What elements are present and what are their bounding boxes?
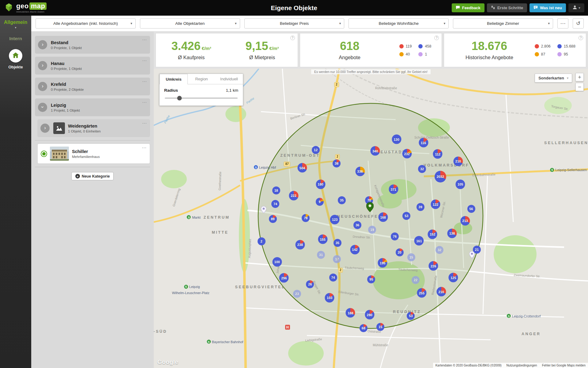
- cluster-marker[interactable]: 152: [428, 229, 437, 239]
- chevron-down-icon[interactable]: ▾: [15, 26, 17, 29]
- saved-place-pin[interactable]: [261, 206, 266, 214]
- category-row[interactable]: ›Bestand0 Projekte, 1 Objekt⋯: [35, 36, 150, 54]
- cluster-marker[interactable]: 26: [306, 280, 314, 288]
- cluster-marker[interactable]: 19: [368, 226, 376, 234]
- object-row[interactable]: SchillerMehrfamilienhaus⋯: [37, 144, 150, 164]
- cluster-marker[interactable]: 103: [325, 293, 334, 302]
- map-canvas[interactable]: Es werden nur 10.000 Treffer angezeigt. …: [154, 69, 588, 368]
- cluster-marker[interactable]: 340: [371, 146, 380, 156]
- cluster-marker[interactable]: 296: [279, 273, 289, 283]
- was-ist-neu-button[interactable]: Was ist neu: [530, 3, 566, 12]
- cluster-marker[interactable]: 180: [316, 179, 325, 189]
- cluster-marker[interactable]: 122: [431, 200, 440, 209]
- filter-dropdown-3[interactable]: Beliebiger Preis▾: [244, 18, 345, 29]
- cluster-marker[interactable]: 22: [412, 276, 420, 284]
- cluster-marker[interactable]: 138: [447, 228, 457, 238]
- cluster-marker[interactable]: 210: [454, 156, 463, 166]
- cluster-marker[interactable]: 161: [414, 236, 424, 246]
- cluster-marker[interactable]: 195: [378, 258, 387, 268]
- cluster-marker[interactable]: 39: [417, 203, 424, 211]
- chevron-icon[interactable]: ›: [38, 40, 47, 49]
- cluster-marker[interactable]: 35: [334, 239, 341, 247]
- cluster-marker[interactable]: 18: [272, 186, 280, 194]
- report-error-link[interactable]: Fehler bei Google Maps melden: [542, 364, 586, 367]
- more-options-icon[interactable]: ⋯: [142, 37, 147, 43]
- more-options-icon[interactable]: ⋯: [142, 100, 147, 105]
- cluster-marker[interactable]: 12: [312, 146, 320, 154]
- geomap-logo[interactable]: geo map Immobilien.Markt.Daten: [0, 2, 51, 13]
- selected-radio[interactable]: [41, 151, 47, 157]
- tab-umkreis[interactable]: Umkreis: [160, 74, 188, 84]
- cluster-marker[interactable]: 188: [346, 308, 355, 318]
- more-filters-button[interactable]: ⋯: [557, 18, 568, 29]
- cluster-marker[interactable]: 68: [360, 324, 368, 332]
- cluster-marker[interactable]: 371: [389, 185, 398, 194]
- cluster-marker[interactable]: 78: [302, 214, 310, 222]
- filter-dropdown-2[interactable]: Alle Objektarten▾: [140, 18, 240, 29]
- project-row[interactable]: ›Weidengärten1 Objekt, 0 Einheiten⋯: [37, 119, 150, 137]
- cluster-marker[interactable]: 100: [272, 257, 282, 266]
- cluster-marker[interactable]: 210: [436, 287, 446, 297]
- sidebar-section-allgemein[interactable]: Allgemein: [4, 20, 27, 25]
- sidebar-item-objekte[interactable]: Objekte: [8, 49, 23, 69]
- tab-individuell[interactable]: Individuell: [215, 74, 243, 84]
- category-row[interactable]: ›Leipzig1 Projekt, 1 Objekt⋯: [35, 98, 150, 116]
- help-icon[interactable]: ?: [434, 36, 439, 40]
- saved-place-pin[interactable]: [469, 251, 475, 259]
- cluster-marker[interactable]: 31: [317, 251, 325, 259]
- cluster-marker[interactable]: 53: [402, 212, 410, 220]
- sonderkarten-button[interactable]: Sonderkarten ▾: [535, 74, 572, 82]
- zoom-in-button[interactable]: +: [575, 73, 584, 81]
- cluster-marker[interactable]: 255: [417, 288, 426, 298]
- cluster-marker[interactable]: 125: [449, 273, 458, 282]
- more-options-icon[interactable]: ⋯: [142, 79, 147, 84]
- category-row[interactable]: ›Krefeld0 Projekte, 2 Objekte⋯: [35, 78, 150, 95]
- cluster-marker[interactable]: 95: [367, 275, 375, 283]
- cluster-marker[interactable]: 74: [271, 200, 279, 208]
- cluster-marker[interactable]: 38: [333, 159, 341, 167]
- cluster-marker[interactable]: 238: [295, 240, 305, 249]
- user-menu-button[interactable]: ▾: [568, 3, 584, 12]
- cluster-marker[interactable]: 53: [407, 312, 415, 320]
- filter-dropdown-4[interactable]: Beliebige Wohnfläche▾: [349, 18, 449, 29]
- cluster-marker[interactable]: 9: [316, 198, 324, 206]
- chevron-icon[interactable]: ›: [40, 124, 50, 133]
- cluster-marker[interactable]: 504: [297, 163, 307, 173]
- help-icon[interactable]: ?: [290, 36, 295, 40]
- cluster-marker[interactable]: 2032: [435, 171, 446, 182]
- cluster-marker[interactable]: 35: [338, 196, 346, 204]
- cluster-marker[interactable]: 105: [456, 179, 465, 189]
- cluster-marker[interactable]: 222: [289, 191, 298, 200]
- new-category-button[interactable]: + Neue Kategorie: [71, 172, 114, 180]
- more-options-icon[interactable]: ⋯: [142, 121, 147, 126]
- radius-slider[interactable]: [165, 98, 238, 99]
- cluster-marker[interactable]: 76: [391, 232, 399, 240]
- tab-region[interactable]: Region: [188, 74, 215, 84]
- feedback-button[interactable]: Feedback: [452, 3, 484, 12]
- cluster-marker[interactable]: 232: [402, 149, 412, 159]
- cluster-marker[interactable]: 74: [329, 274, 337, 282]
- more-options-icon[interactable]: ⋯: [142, 58, 147, 63]
- cluster-marker[interactable]: 112: [433, 149, 443, 159]
- cluster-marker[interactable]: 32: [418, 165, 426, 173]
- cluster-marker[interactable]: 280: [365, 310, 374, 320]
- more-options-icon[interactable]: ⋯: [142, 145, 147, 151]
- cluster-marker[interactable]: 142: [350, 245, 360, 254]
- chevron-icon[interactable]: ›: [38, 103, 47, 112]
- terms-link[interactable]: Nutzungsbedingungen: [507, 364, 537, 367]
- filter-dropdown-5[interactable]: Beliebige Zimmer▾: [453, 18, 553, 29]
- cluster-marker[interactable]: 23: [293, 290, 301, 298]
- cluster-marker[interactable]: 56: [467, 205, 475, 213]
- cluster-marker[interactable]: 15: [376, 323, 384, 331]
- category-row[interactable]: ›Hanau0 Projekte, 1 Objekt⋯: [35, 57, 150, 75]
- reset-filters-button[interactable]: ↺: [573, 18, 584, 29]
- zoom-out-button[interactable]: −: [575, 83, 584, 91]
- cluster-marker[interactable]: 123: [330, 215, 340, 224]
- filter-dropdown-1[interactable]: Alle Angebotsarten (inkl. historisch)▾: [36, 18, 136, 29]
- selected-object-pin[interactable]: [366, 202, 374, 213]
- cluster-marker[interactable]: 17: [333, 255, 341, 263]
- help-icon[interactable]: ?: [579, 36, 583, 40]
- cluster-marker[interactable]: 89: [269, 215, 277, 223]
- cluster-marker[interactable]: 20: [396, 248, 404, 256]
- cluster-marker[interactable]: 226: [429, 261, 438, 271]
